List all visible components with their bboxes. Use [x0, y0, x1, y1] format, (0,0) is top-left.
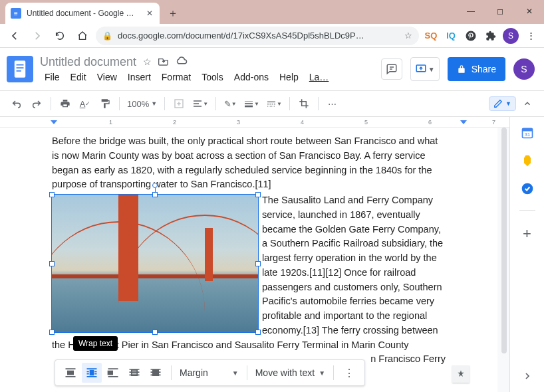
spellcheck-button[interactable]: A✓ [76, 95, 94, 112]
svg-rect-11 [153, 370, 158, 375]
align-button[interactable]: ▼ [190, 95, 210, 112]
crop-button[interactable] [295, 95, 313, 112]
menu-help[interactable]: Help [275, 70, 303, 84]
extensions-icon[interactable] [483, 28, 499, 44]
document-title[interactable]: Untitled document [40, 55, 136, 69]
extension-pinterest-icon[interactable] [463, 28, 479, 44]
resize-handle-br[interactable] [255, 330, 261, 335]
forward-button[interactable] [28, 27, 47, 45]
lock-icon: 🔒 [102, 31, 112, 41]
docs-header: Untitled document ☆ File Edit View Inser… [0, 48, 544, 90]
new-tab-button[interactable]: ＋ [164, 4, 182, 23]
svg-rect-9 [108, 371, 113, 375]
browser-menu-icon[interactable]: ⋮ [523, 28, 539, 44]
star-doc-icon[interactable]: ☆ [143, 56, 152, 67]
keep-icon[interactable] [521, 154, 534, 167]
svg-rect-13 [522, 128, 532, 131]
browser-address-bar: 🔒 docs.google.com/document/d/17ixCS9XsAS… [0, 24, 544, 48]
lock-icon [457, 64, 466, 74]
reload-button[interactable] [51, 27, 69, 45]
extension-iq-icon[interactable]: IQ [443, 28, 459, 44]
line-color-button[interactable]: ✎▼ [221, 95, 239, 112]
docs-logo-icon[interactable] [7, 56, 33, 82]
print-button[interactable] [57, 95, 74, 112]
editing-mode-button[interactable]: ▼ [489, 96, 516, 111]
minimize-button[interactable]: — [456, 0, 485, 23]
account-avatar[interactable]: S [513, 58, 535, 80]
move-with-text-dropdown[interactable]: Move with text▼ [253, 367, 328, 378]
svg-rect-4 [17, 70, 21, 72]
line-weight-button[interactable]: ▼ [241, 95, 261, 112]
front-text-button[interactable] [146, 363, 166, 383]
resize-handle-tl[interactable] [49, 192, 55, 197]
behind-text-button[interactable] [124, 363, 144, 383]
move-doc-icon[interactable] [158, 56, 169, 68]
menu-tools[interactable]: Tools [197, 70, 228, 84]
insert-image-button[interactable] [170, 95, 188, 112]
menu-file[interactable]: File [40, 70, 65, 84]
url-box[interactable]: 🔒 docs.google.com/document/d/17ixCS9XsAS… [96, 27, 419, 45]
image-options-bar: Margin▼ Move with text▼ ⋮ [55, 359, 365, 386]
resize-handle-bm[interactable] [152, 330, 158, 335]
tasks-icon[interactable] [521, 182, 534, 195]
undo-button[interactable] [8, 95, 25, 112]
menu-edit[interactable]: Edit [66, 70, 91, 84]
menu-insert[interactable]: Insert [123, 70, 156, 84]
scroll-thumb[interactable] [501, 128, 507, 353]
url-text: docs.google.com/document/d/17ixCS9XsAS45… [118, 31, 364, 41]
indent-marker-right-icon[interactable] [460, 120, 467, 124]
back-button[interactable] [5, 27, 24, 45]
docs-toolbar: A✓ 100%▼ ▼ ✎▼ ▼ ▼ ⋯ ▼ [0, 90, 544, 117]
zoom-dropdown[interactable]: 100%▼ [125, 95, 159, 112]
menu-addons[interactable]: Add-ons [229, 70, 273, 84]
menu-last-edit[interactable]: La… [305, 70, 334, 84]
line-dash-button[interactable]: ▼ [264, 95, 284, 112]
image-options-menu-button[interactable]: ⋮ [339, 363, 359, 383]
vertical-scrollbar[interactable] [500, 128, 508, 389]
resize-handle-tr[interactable] [255, 192, 261, 197]
break-text-button[interactable] [103, 363, 123, 383]
browser-tab[interactable]: ≡ Untitled document - Google Docs ✕ [5, 3, 160, 24]
indent-marker-left-icon[interactable] [51, 120, 57, 124]
horizontal-ruler[interactable]: 1 2 3 4 5 6 7 [0, 117, 509, 128]
redo-button[interactable] [28, 95, 45, 112]
resize-handle-tm[interactable] [152, 192, 158, 197]
collapse-sidepanel-button[interactable] [522, 371, 533, 384]
svg-rect-7 [68, 371, 73, 375]
paint-format-button[interactable] [96, 95, 114, 112]
tab-title: Untitled document - Google Docs [27, 9, 140, 18]
inline-text-button[interactable] [61, 363, 80, 383]
home-button[interactable] [73, 27, 92, 45]
explore-button[interactable] [452, 365, 470, 383]
cloud-status-icon[interactable] [176, 56, 188, 68]
resize-handle-ml[interactable] [49, 261, 55, 266]
add-addon-button[interactable]: + [523, 225, 531, 243]
close-window-button[interactable]: ✕ [515, 0, 544, 23]
svg-text:31: 31 [524, 132, 529, 138]
close-tab-icon[interactable]: ✕ [145, 9, 154, 18]
present-button[interactable]: ▼ [410, 57, 440, 81]
more-tools-button[interactable]: ⋯ [324, 95, 341, 112]
svg-rect-8 [90, 371, 94, 375]
wrap-text-button[interactable] [82, 363, 102, 383]
image-content [52, 195, 258, 332]
paragraph-1[interactable]: Before the bridge was built, the only pr… [52, 134, 446, 192]
comments-button[interactable] [381, 58, 402, 80]
share-button[interactable]: Share [448, 57, 505, 81]
menu-format[interactable]: Format [157, 70, 196, 84]
svg-rect-1 [15, 60, 26, 78]
star-icon[interactable]: ☆ [404, 31, 412, 41]
calendar-icon[interactable]: 31 [521, 126, 534, 140]
rotate-handle[interactable] [152, 183, 158, 188]
resize-handle-mr[interactable] [255, 261, 261, 266]
margin-dropdown[interactable]: Margin▼ [177, 367, 241, 378]
profile-avatar-icon[interactable]: S [503, 28, 519, 44]
document-page[interactable]: Before the bridge was built, the only pr… [0, 128, 497, 392]
collapse-header-button[interactable] [519, 95, 536, 112]
menu-view[interactable]: View [92, 70, 122, 84]
inline-image[interactable] [52, 195, 258, 332]
maximize-button[interactable]: ◻ [485, 0, 515, 23]
extension-sq-icon[interactable]: SQ [423, 28, 439, 44]
resize-handle-bl[interactable] [49, 330, 55, 335]
window-titlebar: ≡ Untitled document - Google Docs ✕ ＋ — … [0, 0, 544, 24]
